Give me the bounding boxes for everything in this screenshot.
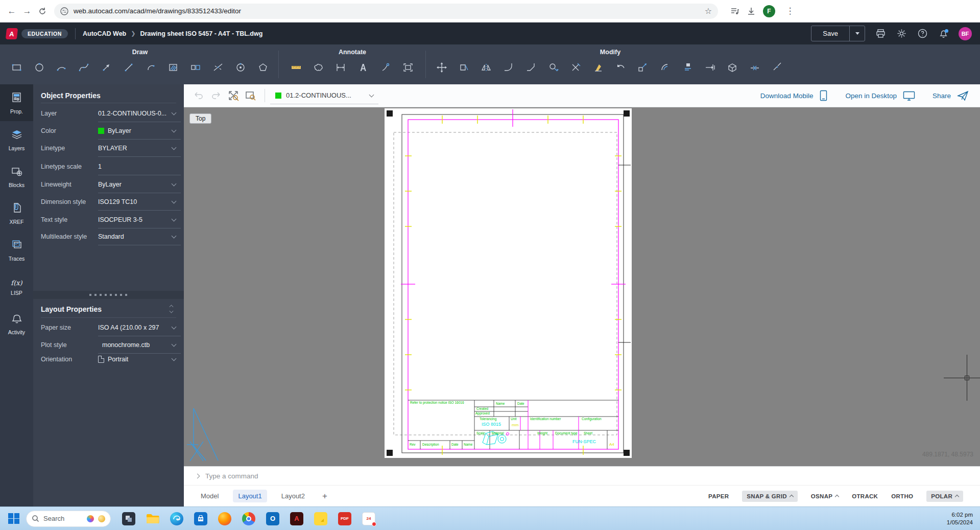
firefox-icon[interactable] (218, 512, 231, 525)
drawing-canvas[interactable]: Top (184, 107, 980, 466)
zoom-window-icon[interactable] (242, 87, 259, 104)
measure-icon[interactable] (285, 58, 307, 77)
browser-menu-icon[interactable]: ⋮ (782, 4, 798, 19)
sidebar-item-traces[interactable]: Traces (0, 232, 33, 268)
fillet-icon[interactable] (497, 58, 520, 77)
undo-icon[interactable] (190, 87, 207, 104)
save-dropdown-caret[interactable] (849, 26, 865, 41)
save-button[interactable]: Save (811, 26, 849, 41)
breadcrumb-app[interactable]: AutoCAD Web (83, 30, 126, 37)
status-polar[interactable]: POLAR (926, 491, 963, 502)
dimension-style-dropdown[interactable]: ISO129 TC10 (98, 198, 179, 205)
address-bar[interactable]: web.autocad.com/acad/me/drawings/8335124… (54, 4, 718, 19)
text-icon[interactable] (352, 58, 374, 77)
sidebar-item-layers[interactable]: Layers (0, 121, 33, 158)
print-icon[interactable] (875, 28, 886, 39)
help-icon[interactable] (917, 28, 928, 39)
sidebar-item-activity[interactable]: Activity (0, 305, 33, 342)
erase-icon[interactable] (587, 58, 610, 77)
collapse-panel-icon[interactable] (170, 305, 173, 313)
bookmark-star-icon[interactable]: ☆ (705, 6, 712, 16)
revision-cloud-icon[interactable] (307, 58, 330, 77)
download-mobile-button[interactable]: Download Mobile (760, 90, 828, 101)
command-input[interactable]: Type a command (205, 472, 258, 480)
linetype-dropdown[interactable]: BYLAYER (98, 145, 179, 152)
stretch-icon[interactable] (453, 58, 475, 77)
store-icon[interactable] (194, 512, 207, 525)
save-split-button[interactable]: Save (811, 26, 865, 41)
multileader-style-dropdown[interactable]: Standard (98, 233, 179, 240)
sidebar-item-xref[interactable]: XREF (0, 195, 33, 232)
status-snap-grid[interactable]: SNAP & GRID (742, 491, 798, 502)
redo-icon[interactable] (207, 87, 225, 104)
settings-gear-icon[interactable] (896, 28, 907, 39)
status-osnap[interactable]: OSNAP (811, 493, 839, 499)
status-ortho[interactable]: ORTHO (891, 493, 913, 499)
chrome-icon[interactable] (242, 512, 255, 525)
join-icon[interactable] (766, 58, 788, 77)
taskbar-clock[interactable]: 6:02 pm 1/05/2024 (947, 511, 980, 526)
paper-size-dropdown[interactable]: ISO A4 (210.00 x 297 (98, 324, 179, 331)
xline-icon[interactable] (207, 58, 229, 77)
viewports-icon[interactable] (184, 58, 207, 77)
hatch-icon[interactable] (162, 58, 185, 77)
text-frame-icon[interactable] (397, 58, 419, 77)
rotate-icon[interactable] (609, 58, 632, 77)
command-bar[interactable]: Type a command (184, 466, 980, 485)
color-dropdown[interactable]: ByLayer (98, 127, 179, 134)
trim-icon[interactable] (565, 58, 587, 77)
circle-icon[interactable] (28, 58, 51, 77)
taskbar-search[interactable]: Search (26, 511, 111, 527)
orientation-dropdown[interactable]: Portrait (98, 356, 179, 363)
move-icon[interactable] (431, 58, 453, 77)
downloads-icon[interactable] (747, 7, 756, 16)
sidebar-item-lisp[interactable]: f(x)LISP (0, 268, 33, 305)
linear-dimension-icon[interactable] (330, 58, 352, 77)
acrobat-icon[interactable]: A (290, 512, 303, 525)
donut-icon[interactable] (229, 58, 252, 77)
file-explorer-icon[interactable] (146, 512, 159, 525)
arc-icon[interactable] (51, 58, 73, 77)
start-button-icon[interactable] (8, 513, 19, 524)
pdf24-icon[interactable]: 24 (362, 512, 375, 525)
leader-icon[interactable] (374, 58, 397, 77)
command-expand-icon[interactable] (195, 473, 200, 478)
browser-reload-icon[interactable] (35, 4, 50, 19)
browser-back-icon[interactable]: ← (4, 4, 19, 19)
explode-icon[interactable] (699, 58, 722, 77)
mirror-icon[interactable] (475, 58, 498, 77)
browser-profile-avatar[interactable]: F (763, 5, 775, 17)
url-text[interactable]: web.autocad.com/acad/me/drawings/8335124… (74, 7, 705, 15)
sidebar-item-properties[interactable]: Prop. (0, 84, 33, 121)
user-avatar[interactable]: BF (959, 27, 972, 40)
break-icon[interactable] (744, 58, 766, 77)
add-layout-button[interactable]: + (322, 491, 327, 501)
tab-layout2[interactable]: Layout2 (276, 490, 310, 502)
media-playlist-icon[interactable] (730, 7, 739, 16)
current-layer-dropdown[interactable]: 01.2-CONTINUOUS... (270, 87, 378, 104)
task-view-icon[interactable] (122, 512, 135, 525)
browser-forward-icon[interactable]: → (19, 4, 35, 19)
ray-icon[interactable] (95, 58, 117, 77)
panel-splitter[interactable] (33, 291, 184, 299)
arc-segment-icon[interactable] (140, 58, 162, 77)
edit-polyline-icon[interactable] (721, 58, 744, 77)
zoom-extents-icon[interactable] (225, 87, 242, 104)
open-in-desktop-button[interactable]: Open in Desktop (845, 90, 915, 101)
sticky-notes-icon[interactable] (314, 512, 327, 525)
notifications-bell-icon[interactable] (938, 28, 949, 39)
viewport-orientation-control[interactable]: Top (189, 113, 211, 124)
tab-model[interactable]: Model (196, 490, 224, 502)
match-properties-icon[interactable] (677, 58, 699, 77)
copy-icon[interactable] (542, 58, 565, 77)
chamfer-icon[interactable] (520, 58, 542, 77)
text-style-dropdown[interactable]: ISOCPEUR 3-5 (98, 216, 179, 223)
outlook-icon[interactable]: O (266, 512, 279, 525)
offset-icon[interactable] (654, 58, 677, 77)
linetype-scale-input[interactable]: 1 (98, 163, 179, 170)
layer-dropdown[interactable]: 01.2-CONTINUOUS-0... (98, 110, 179, 117)
plot-style-dropdown[interactable]: monochrome.ctb (98, 341, 179, 349)
status-otrack[interactable]: OTRACK (852, 493, 878, 499)
share-button[interactable]: Share (933, 90, 969, 101)
spline-icon[interactable] (73, 58, 95, 77)
